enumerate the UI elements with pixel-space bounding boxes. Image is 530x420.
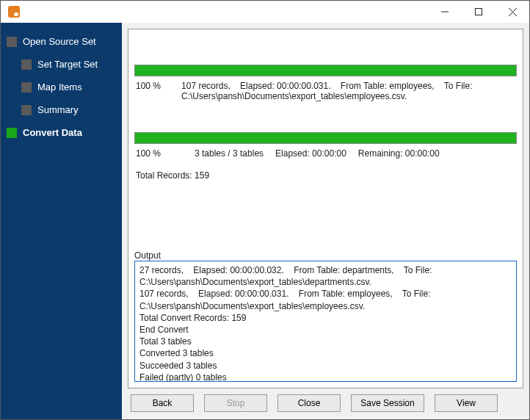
progress-status-current: 100 % 107 records, Elapsed: 00:00:00.031… bbox=[134, 76, 517, 103]
spacer bbox=[134, 182, 517, 246]
nav-label: Convert Data bbox=[23, 127, 82, 138]
body: Open Source Set Set Target Set Map Items… bbox=[1, 23, 529, 419]
nav-set-target-set[interactable]: Set Target Set bbox=[5, 54, 117, 74]
maximize-button[interactable] bbox=[462, 1, 495, 23]
stop-button[interactable]: Stop bbox=[204, 394, 267, 412]
nav-label: Open Source Set bbox=[23, 36, 96, 47]
app-icon-container bbox=[5, 4, 23, 19]
step-icon-active bbox=[7, 128, 17, 138]
close-button[interactable]: Close bbox=[277, 394, 341, 412]
wizard-sidebar: Open Source Set Set Target Set Map Items… bbox=[1, 23, 122, 419]
step-icon bbox=[7, 37, 17, 47]
main-panel: 100 % 107 records, Elapsed: 00:00:00.031… bbox=[122, 23, 529, 419]
close-window-button[interactable] bbox=[495, 1, 529, 23]
button-row: Back Stop Close Save Session View bbox=[128, 388, 523, 413]
progress-details: 107 records, Elapsed: 00:00:00.031. From… bbox=[181, 81, 472, 101]
save-session-button[interactable]: Save Session bbox=[351, 394, 424, 412]
output-label: Output bbox=[134, 250, 517, 261]
progress-tables: 3 tables / 3 tables bbox=[195, 148, 264, 159]
progress-total: Total Records: 159 bbox=[136, 170, 209, 181]
step-icon bbox=[21, 105, 32, 115]
step-icon bbox=[21, 59, 32, 70]
nav-map-items[interactable]: Map Items bbox=[5, 77, 117, 97]
minimize-button[interactable] bbox=[428, 1, 462, 23]
progress-bar-current bbox=[134, 65, 517, 76]
output-textarea[interactable]: 27 records, Elapsed: 00:00:00.032. From … bbox=[134, 261, 517, 382]
progress-bar-overall bbox=[134, 132, 517, 144]
view-button[interactable]: View bbox=[435, 394, 498, 412]
progress-remaining: Remaining: 00:00:00 bbox=[358, 148, 440, 159]
app-icon bbox=[8, 6, 20, 18]
progress-elapsed: Elapsed: 00:00:00 bbox=[275, 148, 346, 159]
nav-open-source-set[interactable]: Open Source Set bbox=[5, 32, 117, 51]
progress-status-overall: 100 % 3 tables / 3 tables Elapsed: 00:00… bbox=[134, 144, 517, 182]
step-icon bbox=[21, 82, 32, 93]
progress-percent: 100 % bbox=[136, 81, 161, 101]
svg-rect-1 bbox=[476, 9, 482, 15]
nav-label: Map Items bbox=[37, 82, 82, 93]
nav-summary[interactable]: Summary bbox=[5, 100, 117, 120]
nav-convert-data[interactable]: Convert Data bbox=[5, 123, 117, 142]
output-text: 27 records, Elapsed: 00:00:00.032. From … bbox=[139, 265, 435, 382]
progress-panel: 100 % 107 records, Elapsed: 00:00:00.031… bbox=[128, 29, 523, 388]
back-button[interactable]: Back bbox=[131, 394, 194, 412]
window-titlebar bbox=[1, 1, 529, 23]
nav-label: Summary bbox=[37, 104, 79, 115]
window-controls bbox=[428, 1, 529, 23]
nav-label: Set Target Set bbox=[37, 59, 98, 70]
progress-percent: 100 % bbox=[136, 148, 173, 159]
